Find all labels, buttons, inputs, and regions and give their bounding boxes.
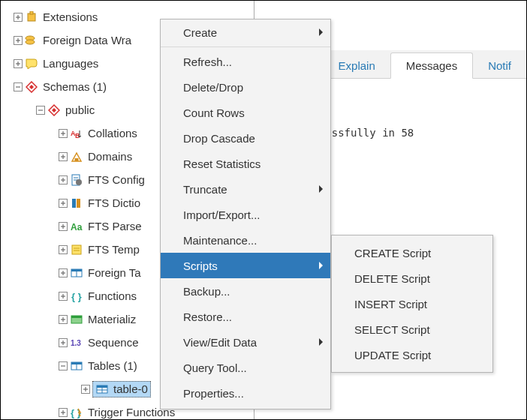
tree-label: FTS Temp (88, 243, 140, 256)
menu-label: Scripts (183, 260, 218, 272)
menu-label: INSERT Script (354, 298, 427, 310)
menu-backup[interactable]: Backup... (161, 278, 330, 304)
menu-label: Restore... (183, 310, 232, 323)
chevron-right-icon (319, 28, 323, 36)
tree-label: Sequence (88, 336, 139, 349)
svg-text:Aa: Aa (71, 222, 83, 232)
menu-delete-drop[interactable]: Delete/Drop (161, 74, 330, 100)
tree-label: Functions (88, 290, 137, 302)
menu-label: Query Tool... (183, 362, 247, 374)
collapse-icon[interactable] (13, 82, 23, 92)
expand-icon[interactable] (58, 244, 68, 255)
foreign-data-wrapper-icon (25, 34, 38, 47)
expand-icon[interactable] (80, 384, 91, 394)
expand-icon[interactable] (58, 175, 68, 185)
menu-label: Create (183, 26, 217, 39)
menu-label: Delete/Drop (183, 81, 243, 94)
menu-label: Count Rows (183, 106, 245, 119)
table-context-menu[interactable]: Create Refresh... Delete/Drop Count Rows… (160, 19, 331, 410)
expand-icon[interactable] (58, 152, 68, 162)
menu-label: View/Edit Data (183, 336, 257, 349)
svg-text:1.3: 1.3 (71, 339, 81, 347)
trigger-function-icon: { } (70, 406, 83, 419)
languages-icon (25, 57, 38, 70)
svg-rect-29 (75, 158, 79, 161)
svg-point-9 (26, 40, 35, 44)
svg-rect-40 (72, 199, 76, 208)
expand-icon[interactable] (58, 407, 68, 418)
menu-label: SELECT Script (354, 323, 430, 336)
menu-query-tool[interactable]: Query Tool... (161, 355, 330, 380)
chevron-right-icon (319, 338, 323, 346)
expand-icon[interactable] (58, 128, 68, 139)
schema-icon (47, 104, 61, 117)
svg-point-36 (76, 179, 82, 185)
menu-drop-cascade[interactable]: Drop Cascade (161, 125, 330, 151)
tree-label: Extensions (43, 10, 98, 23)
sequence-icon: 1.3 (70, 336, 83, 350)
tree-label: Foreign Data Wra (43, 34, 131, 46)
foreign-table-icon (70, 266, 83, 280)
expand-icon[interactable] (13, 58, 23, 69)
expand-icon[interactable] (13, 35, 23, 46)
tab-messages[interactable]: Messages (390, 52, 473, 79)
collapse-icon[interactable] (35, 105, 46, 116)
menu-restore[interactable]: Restore... (161, 304, 330, 329)
expand-icon[interactable] (58, 221, 68, 232)
submenu-delete-script[interactable]: DELETE Script (332, 266, 492, 291)
menu-create[interactable]: Create (161, 20, 330, 45)
tree-label: FTS Parse (88, 220, 142, 232)
fts-dictionary-icon (70, 196, 83, 210)
svg-rect-4 (30, 11, 33, 14)
submenu-update-script[interactable]: UPDATE Script (332, 342, 492, 368)
menu-label: Drop Cascade (183, 132, 255, 145)
menu-import-export[interactable]: Import/Export... (161, 202, 330, 227)
expand-icon[interactable] (58, 198, 68, 208)
menu-label: Import/Export... (183, 208, 260, 221)
menu-view-edit-data[interactable]: View/Edit Data (161, 329, 330, 355)
menu-truncate[interactable]: Truncate (161, 176, 330, 202)
expand-icon[interactable] (58, 338, 68, 348)
svg-rect-41 (77, 199, 80, 208)
submenu-select-script[interactable]: SELECT Script (332, 316, 492, 342)
svg-marker-16 (29, 85, 34, 89)
submenu-create-script[interactable]: CREATE Script (332, 240, 492, 266)
menu-separator (161, 46, 330, 47)
chevron-right-icon (319, 185, 323, 193)
menu-label: Truncate (183, 183, 227, 196)
menu-count-rows[interactable]: Count Rows (161, 100, 330, 125)
expand-icon[interactable] (58, 291, 68, 302)
fts-template-icon (70, 243, 83, 256)
tree-label: Schemas (1) (43, 80, 107, 93)
scripts-submenu[interactable]: CREATE Script DELETE Script INSERT Scrip… (331, 235, 493, 373)
materialized-view-icon (70, 313, 83, 326)
svg-rect-66 (71, 316, 82, 318)
menu-label: UPDATE Script (354, 349, 431, 362)
collation-icon: AB (70, 127, 83, 140)
tree-label: Tables (1) (88, 359, 137, 372)
menu-properties[interactable]: Properties... (161, 380, 330, 406)
tree-label: public (65, 104, 95, 116)
function-icon: { } (70, 290, 83, 303)
menu-reset-statistics[interactable]: Reset Statistics (161, 151, 330, 176)
extensions-icon (25, 10, 38, 24)
menu-refresh[interactable]: Refresh... (161, 49, 330, 74)
expand-icon[interactable] (58, 268, 68, 278)
table-group-icon (70, 359, 83, 373)
menu-scripts[interactable]: Scripts (161, 253, 330, 278)
expand-icon[interactable] (13, 12, 23, 22)
collapse-icon[interactable] (58, 361, 68, 371)
menu-maintenance[interactable]: Maintenance... (161, 227, 330, 253)
menu-label: Refresh... (183, 56, 232, 68)
menu-label: Backup... (183, 285, 230, 298)
menu-label: Properties... (183, 387, 244, 400)
tree-label: Languages (43, 57, 98, 70)
tab-explain[interactable]: Explain (324, 53, 390, 78)
expand-icon[interactable] (58, 314, 68, 325)
tree-label: FTS Dictio (88, 196, 140, 209)
table-icon (95, 382, 109, 396)
tab-notifications[interactable]: Notif (473, 53, 526, 78)
submenu-insert-script[interactable]: INSERT Script (332, 291, 492, 316)
menu-label: DELETE Script (354, 272, 430, 285)
fts-config-icon (70, 173, 83, 187)
